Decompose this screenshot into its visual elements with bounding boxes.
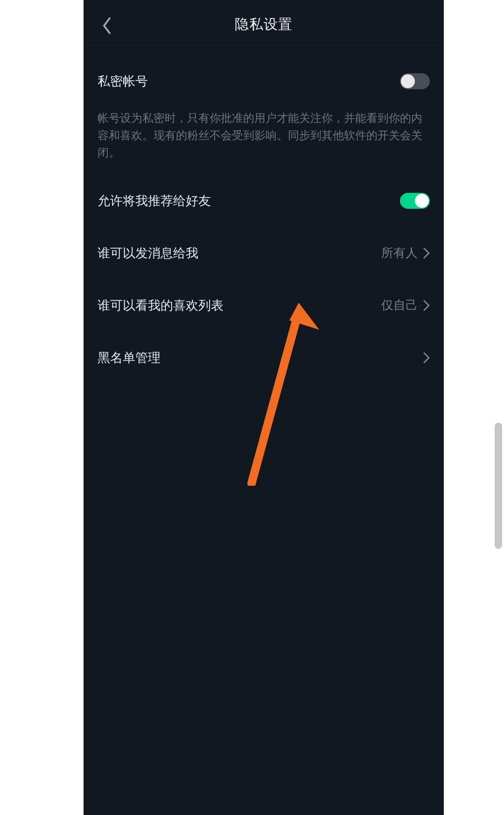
private-account-row[interactable]: 私密帐号	[98, 46, 430, 104]
back-button[interactable]	[98, 16, 116, 35]
row-right-group: 所有人	[381, 245, 430, 261]
private-account-toggle[interactable]	[400, 73, 430, 89]
chevron-right-icon	[423, 248, 430, 259]
toggle-knob	[415, 194, 429, 208]
who-can-see-likes-value: 仅自己	[381, 297, 418, 313]
header-bar: 隐私设置	[84, 0, 444, 46]
row-right-group: 仅自己	[381, 297, 430, 313]
blacklist-label: 黑名单管理	[98, 349, 161, 366]
scrollbar-thumb[interactable]	[495, 423, 502, 549]
chevron-right-icon	[423, 300, 430, 311]
recommend-to-friends-row[interactable]: 允许将我推荐给好友	[98, 175, 430, 227]
chevron-right-icon	[423, 352, 430, 363]
private-account-label: 私密帐号	[98, 73, 148, 90]
recommend-to-friends-label: 允许将我推荐给好友	[98, 192, 211, 209]
who-can-message-value: 所有人	[381, 245, 418, 261]
chevron-left-icon	[101, 16, 112, 35]
page-title: 隐私设置	[235, 15, 293, 34]
toggle-knob	[401, 74, 415, 88]
who-can-message-row[interactable]: 谁可以发消息给我 所有人	[98, 227, 430, 279]
recommend-to-friends-toggle[interactable]	[400, 193, 430, 209]
privacy-settings-screen: 隐私设置 私密帐号 帐号设为私密时，只有你批准的用户才能关注你，并能看到你的内容…	[84, 0, 444, 815]
who-can-see-likes-row[interactable]: 谁可以看我的喜欢列表 仅自己	[98, 279, 430, 332]
blacklist-row[interactable]: 黑名单管理	[98, 332, 430, 384]
who-can-see-likes-label: 谁可以看我的喜欢列表	[98, 297, 224, 314]
private-account-description: 帐号设为私密时，只有你批准的用户才能关注你，并能看到你的内容和喜欢。现有的粉丝不…	[98, 104, 430, 175]
settings-list: 私密帐号 帐号设为私密时，只有你批准的用户才能关注你，并能看到你的内容和喜欢。现…	[84, 46, 444, 384]
row-right-group	[423, 352, 430, 363]
who-can-message-label: 谁可以发消息给我	[98, 245, 198, 262]
